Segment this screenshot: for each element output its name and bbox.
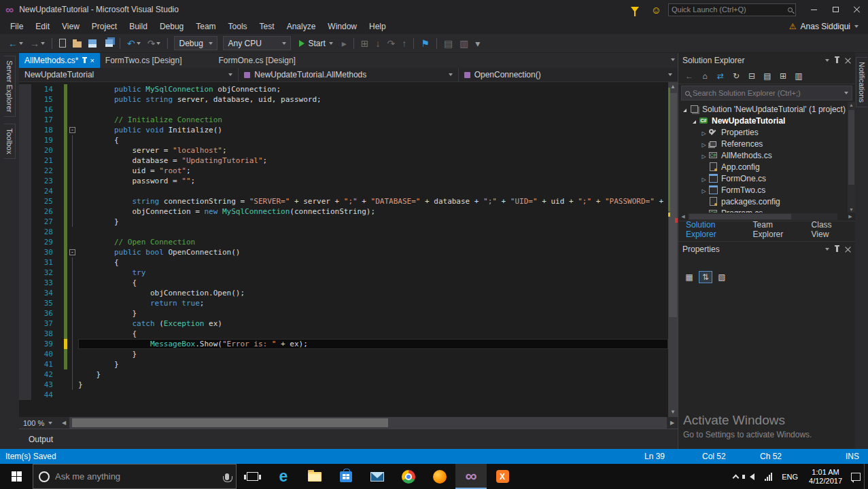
- taskbar-edge-icon[interactable]: e: [268, 464, 299, 489]
- step-over-icon[interactable]: ↷: [385, 35, 398, 52]
- menu-help[interactable]: Help: [363, 20, 392, 33]
- breakpoint-margin[interactable]: [19, 308, 31, 319]
- output-tab[interactable]: Output: [24, 432, 57, 447]
- breakpoint-margin[interactable]: [19, 288, 31, 298]
- new-file-icon[interactable]: [56, 35, 69, 52]
- open-file-icon[interactable]: [70, 35, 84, 52]
- breakpoint-margin[interactable]: [19, 125, 31, 135]
- menu-file[interactable]: File: [4, 20, 29, 33]
- breakpoint-margin[interactable]: [19, 298, 31, 308]
- editor-horizontal-scrollbar[interactable]: 100 % ◀ ▶: [19, 417, 678, 429]
- collapse-all-icon[interactable]: ⊟: [745, 69, 759, 83]
- uncomment-lines-icon[interactable]: ▥: [457, 35, 471, 52]
- menu-view[interactable]: View: [56, 20, 86, 33]
- solution-platforms-dropdown[interactable]: Any CPU: [223, 36, 291, 50]
- taskbar-visual-studio-icon[interactable]: ∞: [455, 464, 487, 489]
- solution-configurations-dropdown[interactable]: Debug: [174, 36, 218, 50]
- member-dropdown[interactable]: OpenConnection(): [459, 68, 678, 82]
- undo-icon[interactable]: ↶: [124, 35, 143, 52]
- breakpoint-margin[interactable]: [19, 339, 31, 349]
- side-tab-notifications[interactable]: Notifications: [856, 57, 867, 107]
- expanded-arrow-icon[interactable]: [681, 105, 689, 114]
- volume-icon[interactable]: [744, 464, 760, 489]
- window-position-chevron-icon[interactable]: [825, 59, 829, 62]
- show-all-files-icon[interactable]: ⊞: [776, 69, 790, 83]
- taskbar-chrome-icon[interactable]: [393, 464, 424, 489]
- scrollbar-thumb[interactable]: [72, 418, 388, 427]
- panel-tab-team-explorer[interactable]: Team Explorer: [748, 218, 805, 241]
- menu-test[interactable]: Test: [254, 20, 281, 33]
- bookmark-icon[interactable]: ⚑: [418, 35, 432, 52]
- project-dropdown[interactable]: NewUpdateTutorial: [19, 68, 239, 82]
- navigate-backward-icon[interactable]: ←: [5, 35, 26, 52]
- property-pages-icon[interactable]: ▧: [715, 271, 729, 283]
- maximize-button[interactable]: [824, 0, 846, 19]
- step-into-icon[interactable]: ↓: [373, 35, 383, 52]
- minimize-button[interactable]: [803, 0, 824, 19]
- menu-build[interactable]: Build: [123, 20, 154, 33]
- fold-margin[interactable]: -: [67, 247, 78, 257]
- breakpoint-margin[interactable]: [19, 257, 31, 268]
- start-debugging-button[interactable]: Start: [294, 36, 337, 51]
- navigate-forward-icon[interactable]: →: [27, 35, 48, 52]
- scroll-right-icon[interactable]: ▶: [667, 417, 678, 429]
- step-out-icon[interactable]: ↑: [399, 35, 409, 52]
- collapsed-arrow-icon[interactable]: ▷: [700, 128, 708, 137]
- pin-icon[interactable]: [836, 58, 838, 63]
- menu-window[interactable]: Window: [322, 20, 363, 33]
- tree-item-app-config[interactable]: App.config: [678, 161, 855, 173]
- panel-tab-solution-explorer[interactable]: Solution Explorer: [681, 218, 747, 241]
- tree-item-formone-cs[interactable]: ▷FormOne.cs: [678, 173, 855, 184]
- redo-icon[interactable]: ↷: [145, 35, 164, 52]
- menu-edit[interactable]: Edit: [29, 20, 56, 33]
- breakpoint-margin[interactable]: [19, 156, 31, 166]
- breakpoint-margin[interactable]: [19, 135, 31, 145]
- tree-item-formtwo-cs[interactable]: ▷FormTwo.cs: [678, 184, 855, 196]
- document-tab-1[interactable]: AllMethods.cs*×: [19, 53, 100, 68]
- window-position-chevron-icon[interactable]: [825, 248, 829, 251]
- tab-list-chevron-icon[interactable]: [671, 58, 675, 61]
- solution-search-input[interactable]: [693, 89, 841, 97]
- taskbar-file-explorer-icon[interactable]: [299, 464, 330, 489]
- breakpoint-margin[interactable]: [19, 359, 31, 369]
- filter-icon[interactable]: [631, 7, 639, 12]
- breakpoint-margin[interactable]: [19, 390, 31, 400]
- collapse-region-icon[interactable]: -: [69, 249, 75, 255]
- network-icon[interactable]: [760, 464, 776, 489]
- breakpoint-margin[interactable]: [19, 166, 31, 176]
- save-all-icon[interactable]: [101, 35, 116, 52]
- microphone-icon[interactable]: [225, 473, 229, 480]
- cortana-search-input[interactable]: [55, 471, 220, 482]
- categorized-icon[interactable]: ▦: [682, 271, 696, 283]
- breakpoint-margin[interactable]: [19, 329, 31, 339]
- user-account[interactable]: ⚠ Anas Siddiqui: [789, 22, 868, 31]
- expanded-arrow-icon[interactable]: [691, 116, 698, 126]
- menu-team[interactable]: Team: [190, 20, 222, 33]
- side-tab-server-explorer[interactable]: Server Explorer: [4, 56, 16, 117]
- pin-icon[interactable]: [836, 247, 838, 252]
- breakpoint-margin[interactable]: [19, 369, 31, 380]
- back-icon[interactable]: ←: [682, 69, 696, 83]
- scroll-up-icon[interactable]: ▲: [848, 103, 855, 107]
- breakpoint-margin[interactable]: [19, 278, 31, 288]
- taskbar-task-view-icon[interactable]: [237, 464, 268, 489]
- preview-selected-icon[interactable]: ▥: [792, 69, 805, 83]
- collapse-region-icon[interactable]: -: [69, 127, 75, 133]
- toolbar-overflow-icon[interactable]: ▾: [472, 35, 483, 52]
- document-tab-2[interactable]: FormTwo.cs [Design]: [100, 53, 188, 68]
- breakpoint-margin[interactable]: [19, 217, 31, 227]
- refresh-icon[interactable]: ↻: [729, 69, 743, 83]
- save-icon[interactable]: [86, 35, 99, 52]
- breakpoint-margin[interactable]: [19, 349, 31, 359]
- cortana-search[interactable]: [33, 464, 237, 489]
- properties-icon[interactable]: ▤: [761, 69, 774, 83]
- close-button[interactable]: [846, 0, 868, 19]
- show-next-statement-icon[interactable]: ▸: [339, 35, 349, 52]
- language-indicator[interactable]: ENG: [776, 473, 803, 481]
- tree-item-allmethods-cs[interactable]: ▷AllMethods.cs: [678, 149, 855, 161]
- close-icon[interactable]: ×: [90, 56, 94, 65]
- menu-debug[interactable]: Debug: [154, 20, 190, 33]
- find-in-files-icon[interactable]: ⊞: [358, 35, 372, 52]
- panel-tab-class-view[interactable]: Class View: [807, 218, 852, 241]
- breakpoint-margin[interactable]: [19, 145, 31, 156]
